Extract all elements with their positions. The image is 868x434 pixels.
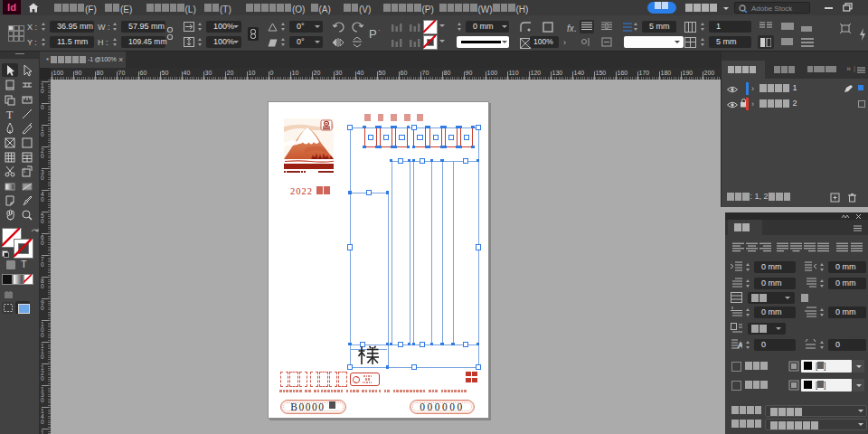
svg-text:T: T — [6, 108, 14, 120]
svg-text:A: A — [738, 341, 742, 350]
